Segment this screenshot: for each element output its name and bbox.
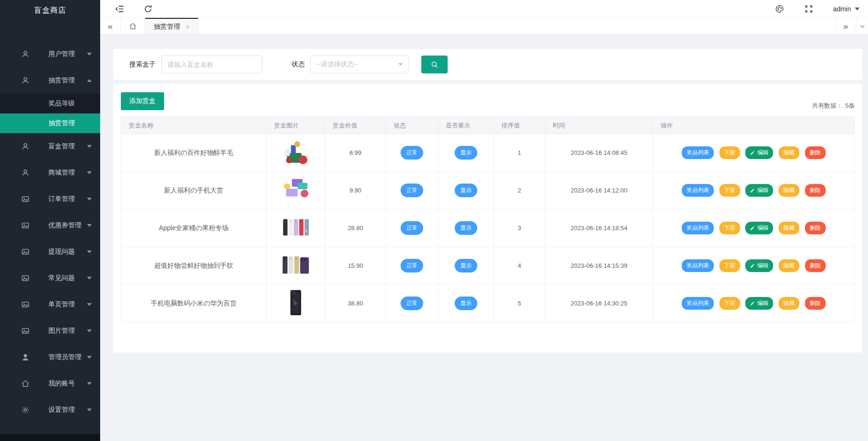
table-row: 新人福利の手机大赏 9.90 正常 显示 2 2023-06-16 14:12:… <box>121 172 855 209</box>
table-panel: 添加赏盒 共有数据：5条 赏盒名称 赏盒图片 赏盒价值 <box>113 84 862 353</box>
close-icon[interactable]: × <box>186 23 189 31</box>
fullscreen-icon[interactable] <box>804 4 813 14</box>
chevron-down-icon <box>855 8 860 10</box>
prize-list-button[interactable]: 奖品列表 <box>682 297 714 310</box>
main-area: admin « 抽赏管理 × » 搜索盒子 <box>100 0 868 441</box>
take-down-button[interactable]: 下架 <box>719 259 740 272</box>
collapse-sidebar-icon[interactable] <box>115 4 125 14</box>
sidebar-item-coupons[interactable]: 优惠券管理 <box>0 212 100 239</box>
col-image: 赏盒图片 <box>266 117 325 134</box>
col-name: 赏盒名称 <box>121 117 267 134</box>
status-badge[interactable]: 正常 <box>401 297 423 310</box>
take-down-button[interactable]: 下架 <box>719 184 740 197</box>
delete-button[interactable]: 删除 <box>805 184 826 197</box>
lottery-submenu: 奖品等级 抽赏管理 <box>0 94 100 133</box>
prize-list-button[interactable]: 奖品列表 <box>682 222 714 234</box>
admin-username: admin <box>833 5 851 13</box>
product-image <box>281 289 310 316</box>
status-badge[interactable]: 正常 <box>401 259 423 273</box>
box-price: 15.90 <box>325 247 386 285</box>
show-badge[interactable]: 显示 <box>455 221 477 235</box>
status-label: 状态 <box>292 60 305 69</box>
table-row: Apple全家桶の果粉专场 28.80 正常 显示 3 2023-06-16 1… <box>121 209 855 247</box>
tabs-scroll-left-button[interactable]: « <box>100 18 121 34</box>
chevron-down-icon <box>87 409 92 411</box>
search-button[interactable] <box>421 56 448 73</box>
status-badge[interactable]: 正常 <box>401 221 423 235</box>
refresh-icon[interactable] <box>143 4 153 14</box>
hide-button[interactable]: 隐藏 <box>779 184 799 197</box>
sidebar-item-withdrawal[interactable]: 提现问题 <box>0 239 100 265</box>
status-badge[interactable]: 正常 <box>401 146 423 160</box>
search-input[interactable] <box>161 56 262 73</box>
sort-value: 1 <box>494 134 545 172</box>
sidebar-item-mall[interactable]: 商城管理 <box>0 160 100 186</box>
sidebar-item-admins[interactable]: 管理员管理 <box>0 344 100 370</box>
sidebar-item-settings[interactable]: 设置管理 <box>0 397 100 423</box>
user-filled-icon <box>21 353 30 361</box>
search-label: 搜索盒子 <box>129 60 156 69</box>
edit-button[interactable]: 编辑 <box>745 146 773 159</box>
sidebar-subitem-lottery-manage[interactable]: 抽赏管理 <box>0 113 100 133</box>
tabs-scroll-right-button[interactable]: » <box>835 18 856 34</box>
sidebar-item-blindbox[interactable]: 盲盒管理 <box>0 133 100 160</box>
prize-list-button[interactable]: 奖品列表 <box>682 259 714 272</box>
edit-button[interactable]: 编辑 <box>745 222 773 234</box>
show-badge[interactable]: 显示 <box>455 184 477 197</box>
status-select[interactable]: --请选择状态-- <box>310 56 409 73</box>
status-badge[interactable]: 正常 <box>401 184 423 197</box>
add-box-button[interactable]: 添加赏盒 <box>121 92 164 110</box>
col-actions: 操作 <box>653 117 854 134</box>
take-down-button[interactable]: 下架 <box>719 222 740 234</box>
tab-lottery-manage[interactable]: 抽赏管理 × <box>145 18 198 34</box>
edit-button[interactable]: 编辑 <box>745 184 773 197</box>
image-icon <box>21 221 30 230</box>
box-price: 6.99 <box>325 134 386 172</box>
created-time: 2023-06-16 14:30:25 <box>545 285 653 322</box>
user-icon <box>21 50 30 58</box>
hide-button[interactable]: 隐藏 <box>779 146 799 159</box>
sidebar-item-pages[interactable]: 单页管理 <box>0 291 100 318</box>
app-title: 盲盒商店 <box>0 0 100 21</box>
edit-button[interactable]: 编辑 <box>745 259 773 272</box>
chevron-down-icon <box>859 23 866 30</box>
show-badge[interactable]: 显示 <box>455 297 477 310</box>
theme-palette-icon[interactable] <box>775 4 784 14</box>
prize-list-button[interactable]: 奖品列表 <box>682 146 714 159</box>
delete-button[interactable]: 删除 <box>805 146 826 159</box>
sidebar-item-orders[interactable]: 订单管理 <box>0 186 100 212</box>
sidebar-item-faq[interactable]: 常见问题 <box>0 265 100 291</box>
admin-user-menu[interactable]: admin <box>833 5 860 13</box>
pencil-icon <box>750 188 755 193</box>
take-down-button[interactable]: 下架 <box>719 297 740 310</box>
show-badge[interactable]: 显示 <box>455 146 477 160</box>
hide-button[interactable]: 隐藏 <box>779 297 799 310</box>
box-name: 新人福利の手机大赏 <box>121 172 267 209</box>
sidebar-subitem-prize-level[interactable]: 奖品等级 <box>0 94 100 113</box>
chevron-down-icon <box>87 53 92 56</box>
hide-button[interactable]: 隐藏 <box>779 259 799 272</box>
edit-button[interactable]: 编辑 <box>745 297 773 310</box>
sidebar-item-lottery[interactable]: 抽赏管理 <box>0 67 100 94</box>
take-down-button[interactable]: 下架 <box>719 146 740 159</box>
show-badge[interactable]: 显示 <box>455 259 477 273</box>
home-tab-button[interactable] <box>121 18 145 34</box>
box-price: 9.90 <box>325 172 386 209</box>
delete-button[interactable]: 删除 <box>805 222 826 234</box>
product-image <box>281 214 310 241</box>
tabs-menu-button[interactable] <box>856 18 868 34</box>
hide-button[interactable]: 隐藏 <box>779 222 799 234</box>
box-table: 赏盒名称 赏盒图片 赏盒价值 状态 是否展示 排序值 时间 操作 新人福利の百 <box>121 117 855 322</box>
delete-button[interactable]: 删除 <box>805 259 826 272</box>
sidebar-item-images[interactable]: 图片管理 <box>0 318 100 344</box>
prize-list-button[interactable]: 奖品列表 <box>682 184 714 197</box>
chevron-down-icon <box>87 198 92 200</box>
sidebar-item-users[interactable]: 用户管理 <box>0 41 100 67</box>
delete-button[interactable]: 删除 <box>805 297 826 310</box>
table-row: 新人福利の百件好物醇羊毛 6.99 正常 显示 1 2023-06-16 14:… <box>121 134 855 172</box>
sidebar-item-my-account[interactable]: 我的账号 <box>0 370 100 397</box>
top-toolbar: admin <box>100 0 868 18</box>
created-time: 2023-06-16 14:08:45 <box>545 134 653 172</box>
chevron-down-icon <box>87 356 92 359</box>
chevron-down-icon <box>87 329 92 332</box>
